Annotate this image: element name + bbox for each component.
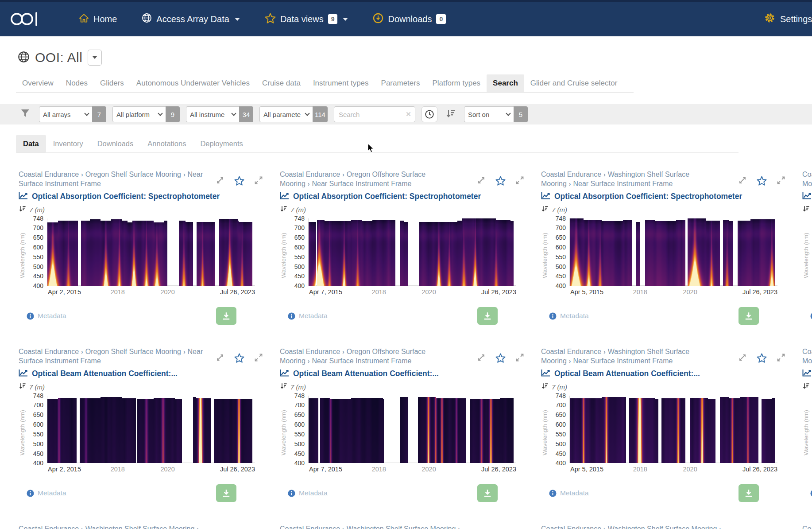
sort-on-dropdown[interactable]: Sort on 5	[464, 106, 528, 122]
tab-gliders[interactable]: Gliders	[94, 74, 130, 92]
breadcrumb-item[interactable]: Oregon Shelf Surface Mooring	[85, 171, 181, 178]
filter-dropdown-all-arrays[interactable]: All arrays7	[39, 106, 106, 122]
subtab-downloads[interactable]: Downloads	[90, 135, 141, 152]
resize-icon[interactable]	[738, 353, 747, 364]
tab-instrument-types[interactable]: Instrument types	[307, 74, 375, 92]
fullscreen-icon[interactable]	[777, 353, 785, 364]
metadata-link[interactable]: Metadata	[27, 489, 66, 497]
breadcrumb-item[interactable]: Near Surface Instrument Frame	[312, 357, 411, 365]
dataset-title[interactable]: Optical Beam Attenuation Coefficient:...	[293, 369, 439, 378]
breadcrumb-item[interactable]: Washington Shelf Surface Mooring	[85, 525, 195, 529]
breadcrumb-item[interactable]: Oregon Shelf Surface Mooring	[85, 348, 181, 355]
array-selector-dropdown[interactable]	[88, 50, 102, 66]
nav-home[interactable]: Home	[79, 13, 117, 25]
tab-platform-types[interactable]: Platform types	[426, 74, 487, 92]
resize-icon[interactable]	[477, 176, 486, 187]
breadcrumb-item[interactable]: Coastal Endurance	[541, 525, 601, 529]
nav-settings[interactable]: Settings	[764, 12, 812, 26]
download-button[interactable]	[216, 307, 236, 325]
breadcrumb: Coastal Endurance›Oregon Offshore Surfac…	[280, 347, 466, 366]
resize-icon[interactable]	[216, 176, 224, 187]
dataset-title[interactable]: Optical Beam Attenuation Coefficient:...	[554, 369, 700, 378]
heatmap-chart[interactable]: Wavelength (nm) 748700650600550500450400…	[280, 218, 524, 301]
breadcrumb-item[interactable]: Coastal Endurance	[19, 348, 79, 355]
metadata-link[interactable]: Metadata	[549, 312, 589, 320]
favorite-star-icon[interactable]	[757, 353, 767, 365]
breadcrumb-item[interactable]: Coastal Endurance	[802, 348, 812, 355]
favorite-star-icon[interactable]	[757, 176, 767, 187]
heatmap-chart[interactable]: Wavelength (nm) 748700650600550500450400…	[541, 218, 785, 301]
tab-autonomous-underwater-vehicles[interactable]: Autonomous Underwater Vehicles	[130, 74, 256, 92]
filter-dropdown-all-instrume[interactable]: All instrume34	[186, 106, 253, 122]
breadcrumb-item[interactable]: Coastal Endurance	[802, 525, 812, 529]
filter-dropdown-all-platform[interactable]: All platform9	[112, 106, 180, 122]
download-button[interactable]	[477, 484, 498, 502]
fullscreen-icon[interactable]	[515, 176, 524, 187]
heatmap-chart[interactable]: Wavelength (nm) 748700650600550500450400…	[280, 396, 524, 478]
heatmap-chart[interactable]: Wavelength (nm) 748700650600550500450400…	[802, 218, 812, 301]
metadata-link[interactable]: Metadata	[288, 489, 328, 497]
heatmap-chart[interactable]: Wavelength (nm) 748700650600550500450400…	[19, 218, 263, 301]
metadata-link[interactable]: Metadata	[810, 489, 812, 497]
resize-icon[interactable]	[216, 353, 224, 364]
breadcrumb-item[interactable]: Washington Shelf Surface Mooring	[347, 525, 456, 529]
download-button[interactable]	[216, 484, 236, 502]
subtab-inventory[interactable]: Inventory	[46, 135, 90, 152]
subtab-data[interactable]: Data	[16, 135, 46, 152]
time-filter-button[interactable]	[421, 106, 437, 122]
tab-overview[interactable]: Overview	[16, 74, 60, 92]
favorite-star-icon[interactable]	[495, 353, 506, 365]
breadcrumb-item[interactable]: Coastal Endurance	[280, 348, 340, 355]
favorite-star-icon[interactable]	[234, 176, 244, 187]
dataset-title[interactable]: Optical Absorption Coefficient: Spectrop…	[293, 192, 481, 201]
dataset-title[interactable]: Optical Beam Attenuation Coefficient:...	[32, 369, 178, 378]
fullscreen-icon[interactable]	[254, 353, 263, 364]
download-button[interactable]	[739, 307, 759, 325]
nav-access-array-data[interactable]: Access Array Data	[142, 13, 240, 25]
breadcrumb-item[interactable]: Coastal Endurance	[802, 171, 812, 178]
tab-nodes[interactable]: Nodes	[60, 74, 94, 92]
nav-downloads[interactable]: Downloads 0	[373, 13, 446, 26]
favorite-star-icon[interactable]	[495, 176, 506, 187]
subtab-annotations[interactable]: Annotations	[140, 135, 193, 152]
resize-icon[interactable]	[738, 176, 747, 187]
tab-glider-and-cruise-selector[interactable]: Glider and Cruise selector	[524, 74, 624, 92]
dataset-title[interactable]: Optical Absorption Coefficient: Spectrop…	[32, 192, 220, 201]
breadcrumb-item[interactable]: Coastal Endurance	[19, 525, 79, 529]
tab-parameters[interactable]: Parameters	[375, 74, 426, 92]
tab-search[interactable]: Search	[487, 74, 524, 92]
subtab-deployments[interactable]: Deployments	[193, 135, 250, 152]
breadcrumb-item[interactable]: Near Surface Instrument Frame	[573, 357, 673, 365]
fullscreen-icon[interactable]	[777, 176, 785, 187]
download-button[interactable]	[477, 307, 498, 325]
breadcrumb-item[interactable]: Coastal Endurance	[541, 171, 601, 178]
metadata-link[interactable]: Metadata	[27, 312, 66, 320]
search-clear-icon[interactable]: ✕	[406, 110, 411, 118]
metadata-link[interactable]: Metadata	[810, 312, 812, 320]
fullscreen-icon[interactable]	[254, 176, 263, 187]
breadcrumb-item[interactable]: Near Surface Instrument Frame	[573, 180, 673, 187]
resize-icon[interactable]	[477, 353, 486, 364]
nav-data-views[interactable]: Data views 9	[265, 13, 348, 26]
filter-dropdown-all-paramete[interactable]: All paramete114	[259, 106, 328, 122]
heatmap-chart[interactable]: Wavelength (nm) 748700650600550500450400…	[541, 396, 785, 478]
metadata-link[interactable]: Metadata	[549, 489, 589, 497]
breadcrumb-item[interactable]: Near Surface Instrument Frame	[312, 180, 411, 187]
heatmap-chart[interactable]: Wavelength (nm) 748700650600550500450400…	[19, 396, 263, 478]
sort-direction-icon[interactable]	[445, 109, 456, 120]
metadata-link[interactable]: Metadata	[288, 312, 328, 320]
ooi-logo[interactable]	[10, 10, 44, 28]
breadcrumb-item[interactable]: Washington Shelf Surface Mooring	[608, 525, 717, 529]
favorite-star-icon[interactable]	[234, 353, 244, 365]
breadcrumb-item[interactable]: Coastal Endurance	[19, 171, 79, 178]
y-tick-label: 400	[294, 459, 305, 467]
fullscreen-icon[interactable]	[515, 353, 524, 364]
breadcrumb-item[interactable]: Coastal Endurance	[280, 171, 340, 178]
dataset-title[interactable]: Optical Absorption Coefficient: Spectrop…	[554, 192, 742, 201]
breadcrumb-item[interactable]: Coastal Endurance	[541, 348, 601, 355]
breadcrumb-item[interactable]: Coastal Endurance	[280, 525, 340, 529]
heatmap-chart[interactable]: Wavelength (nm) 748700650600550500450400…	[802, 396, 812, 478]
download-button[interactable]	[739, 484, 759, 502]
tab-cruise-data[interactable]: Cruise data	[256, 74, 307, 92]
search-input[interactable]	[334, 106, 415, 122]
